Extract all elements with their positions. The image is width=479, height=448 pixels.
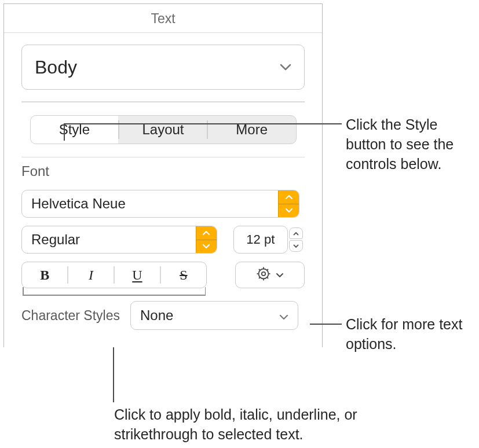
font-size-up-button[interactable]: [289, 227, 303, 239]
character-styles-label: Character Styles: [21, 308, 120, 324]
svg-line-9: [267, 269, 268, 270]
text-format-group: B I U S: [21, 262, 207, 288]
bracket-decoration: [21, 287, 207, 298]
paragraph-style-value: Body: [35, 57, 77, 78]
gear-icon: [256, 266, 271, 284]
callout-leader-line: [64, 123, 65, 141]
font-size-stepper: [289, 226, 303, 254]
callout-text: Click for more text options.: [346, 315, 467, 354]
callout-text: Click to apply bold, italic, underline, …: [114, 405, 381, 445]
bold-button[interactable]: B: [22, 262, 67, 288]
callout-leader-line: [113, 347, 114, 402]
chevron-down-icon: [276, 270, 284, 280]
font-weight-value: Regular: [22, 232, 196, 248]
more-text-options-button[interactable]: [235, 262, 305, 288]
text-inspector-panel: Text Body Style Layout More Font Helveti…: [3, 3, 323, 347]
paragraph-style-section: Body: [4, 33, 322, 101]
paragraph-style-popup[interactable]: Body: [21, 45, 305, 90]
character-styles-value: None: [140, 307, 173, 324]
tab-layout[interactable]: Layout: [119, 116, 207, 144]
callout-leader-line: [310, 324, 342, 325]
font-heading: Font: [21, 163, 305, 179]
font-family-value: Helvetica Neue: [22, 196, 278, 212]
svg-line-6: [259, 269, 260, 270]
callout-text: Click the Style button to see the contro…: [346, 115, 476, 174]
font-size-down-button[interactable]: [289, 240, 303, 252]
strikethrough-button[interactable]: S: [161, 262, 206, 288]
tab-style[interactable]: Style: [31, 116, 119, 144]
underline-button[interactable]: U: [115, 262, 160, 288]
tab-more[interactable]: More: [208, 116, 296, 144]
font-size-field[interactable]: 12 pt: [233, 226, 288, 254]
chevron-down-icon: [280, 64, 291, 71]
italic-button[interactable]: I: [68, 262, 114, 288]
svg-point-1: [262, 272, 265, 276]
font-family-popup[interactable]: Helvetica Neue: [21, 190, 299, 218]
svg-line-7: [267, 277, 268, 278]
popup-arrows-icon: [196, 226, 217, 253]
font-size-group: 12 pt: [233, 226, 305, 254]
callout-leader-line: [64, 123, 342, 124]
character-styles-popup[interactable]: None: [130, 301, 298, 330]
svg-line-8: [259, 277, 260, 278]
font-weight-popup[interactable]: Regular: [21, 226, 217, 254]
segmented-control: Style Layout More: [30, 115, 297, 144]
font-section: Font Helvetica Neue Regular 12 pt: [4, 157, 322, 347]
chevron-down-icon: [279, 307, 288, 324]
tab-row-container: Style Layout More: [4, 102, 322, 157]
panel-title: Text: [4, 4, 322, 33]
svg-point-0: [259, 269, 269, 279]
popup-arrows-icon: [278, 190, 299, 217]
